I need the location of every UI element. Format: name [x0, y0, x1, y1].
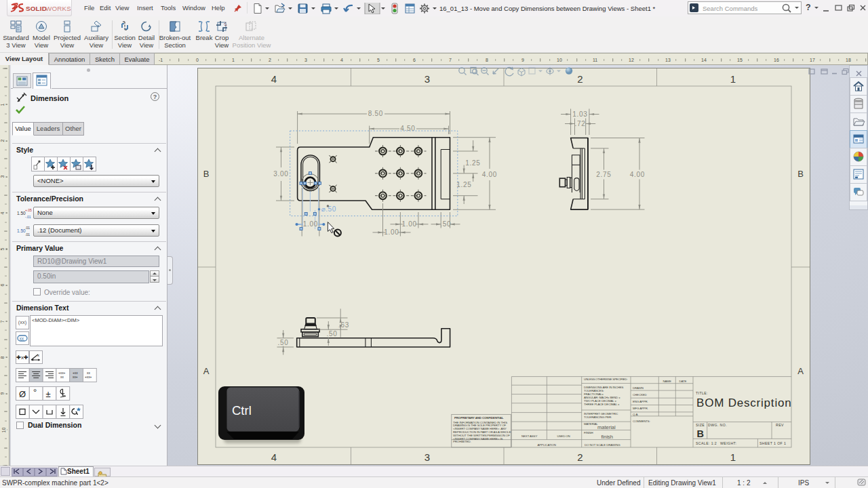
svg-text:x: x	[37, 353, 39, 357]
svg-text:SHEET 1 OF 1: SHEET 1 OF 1	[760, 441, 786, 445]
svg-text:xx: xx	[60, 375, 64, 379]
svg-text:1: 1	[730, 73, 736, 85]
svg-text:xx+: xx+	[73, 375, 78, 379]
svg-text:MATERIAL: MATERIAL	[584, 422, 598, 426]
svg-text:.01: .01	[25, 232, 30, 237]
svg-text:MFG APPR.: MFG APPR.	[633, 407, 648, 410]
svg-text:PROPRIETARY AND CONFIDENTIAL: PROPRIETARY AND CONFIDENTIAL	[454, 416, 504, 420]
svg-text:.72: .72	[575, 120, 586, 127]
svg-text:xx: xx	[20, 336, 24, 341]
svg-text:+xx+: +xx+	[85, 375, 92, 379]
svg-text:1.25: 1.25	[465, 159, 480, 167]
svg-text:±: ±	[46, 389, 51, 399]
svg-text:8.50: 8.50	[368, 110, 383, 117]
svg-text:3: 3	[425, 451, 430, 463]
svg-text:WORKS: WORKS	[45, 5, 71, 12]
svg-text:1.25: 1.25	[456, 181, 471, 188]
svg-text:TOLERANCING PER:: TOLERANCING PER:	[584, 415, 612, 419]
svg-text:+xx+: +xx+	[58, 371, 66, 375]
svg-text:SIZE: SIZE	[696, 423, 705, 427]
svg-text:.01: .01	[25, 226, 30, 230]
svg-text:3: 3	[425, 73, 430, 85]
svg-text:xx: xx	[87, 371, 90, 375]
svg-text:+.05: +.05	[25, 208, 32, 212]
svg-text:B: B	[203, 169, 210, 179]
svg-text:+xx: +xx	[73, 371, 78, 375]
svg-text:APPLICATION: APPLICATION	[538, 443, 556, 447]
svg-text:Ctrl: Ctrl	[232, 403, 252, 418]
svg-text:Q.A.: Q.A.	[633, 413, 638, 416]
svg-text:4.00: 4.00	[630, 171, 645, 178]
svg-text:.50: .50	[327, 330, 338, 338]
svg-text:REV: REV	[776, 423, 784, 427]
svg-text:TITLE:: TITLE:	[696, 391, 708, 395]
svg-text:4: 4	[271, 73, 277, 85]
svg-text:DO NOT SCALE DRAWING: DO NOT SCALE DRAWING	[585, 443, 620, 447]
svg-text:2: 2	[577, 73, 583, 85]
svg-text:4.00: 4.00	[482, 171, 497, 178]
svg-text:.50: .50	[440, 220, 451, 228]
svg-text:.63: .63	[338, 321, 349, 329]
svg-text:DRAWN: DRAWN	[633, 386, 644, 390]
svg-text:1.00: 1.00	[303, 220, 318, 228]
svg-text:2.75: 2.75	[596, 171, 611, 178]
svg-text:-.01: -.01	[25, 215, 31, 219]
svg-text:PROHIBITED.: PROHIBITED.	[453, 440, 471, 443]
svg-text:Ø: Ø	[19, 389, 26, 399]
svg-text:B: B	[697, 428, 704, 439]
svg-text:2: 2	[577, 451, 583, 463]
svg-text:NEXT ASSY: NEXT ASSY	[521, 434, 537, 438]
svg-text:DATE: DATE	[679, 380, 687, 383]
svg-text:1: 1	[730, 451, 736, 463]
svg-text:A: A	[797, 366, 804, 376]
svg-text:finish: finish	[601, 434, 614, 440]
svg-text:FINISH: FINISH	[584, 431, 593, 434]
svg-text:WEIGHT:: WEIGHT:	[720, 441, 736, 445]
svg-text:A: A	[203, 366, 210, 376]
svg-text:SOLID: SOLID	[26, 5, 47, 12]
svg-text:USED ON: USED ON	[557, 434, 570, 438]
svg-text:B: B	[797, 169, 804, 179]
svg-text:DWG. NO.: DWG. NO.	[708, 423, 727, 427]
svg-text:COMMENTS:: COMMENTS:	[633, 420, 650, 423]
svg-text:ENG APPR.: ENG APPR.	[633, 400, 648, 403]
svg-text:SCALE: 1:2: SCALE: 1:2	[696, 441, 717, 445]
svg-text:UNLESS OTHERWISE SPECIFIED:: UNLESS OTHERWISE SPECIFIED:	[584, 378, 627, 381]
svg-text:1.00: 1.00	[402, 220, 417, 228]
svg-text:1.03: 1.03	[572, 110, 587, 118]
svg-text:BOM Description: BOM Description	[696, 396, 791, 409]
svg-text:4.50: 4.50	[400, 125, 415, 132]
svg-text:°: °	[33, 387, 37, 397]
svg-text:CHECKED: CHECKED	[633, 393, 647, 396]
svg-text:1.00: 1.00	[384, 228, 399, 236]
svg-text:material: material	[597, 424, 616, 430]
svg-text:3.00: 3.00	[273, 170, 288, 178]
svg-text:.50: .50	[278, 339, 289, 346]
svg-text:THREE PLACE DECIMAL ±: THREE PLACE DECIMAL ±	[584, 403, 620, 406]
svg-text:4: 4	[271, 451, 277, 463]
svg-text:NAME: NAME	[663, 380, 671, 383]
